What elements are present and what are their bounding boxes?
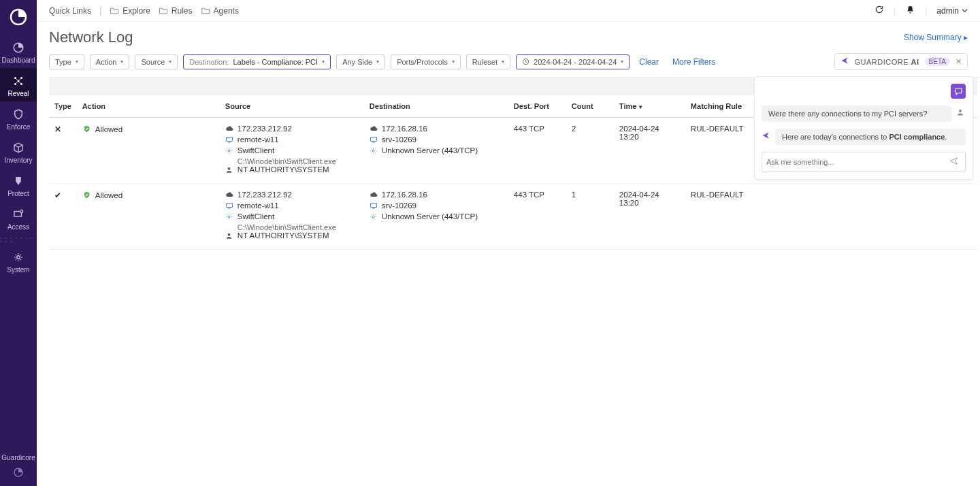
user-menu[interactable]: admin [936,6,968,16]
gear-icon [370,146,378,155]
svg-point-22 [372,150,374,152]
chevron-down-icon: ▾ [120,59,123,65]
ai-bar[interactable]: GUARDICORE AI BETA ✕ [834,53,968,70]
topbar: Quick Links | Explore Rules Agents | [37,0,980,22]
brand-name: Guardicore [0,454,37,461]
sidebar-divider: ● ● ● ● ● ● ● ● ● ● [0,235,37,244]
row-status: ✔ [49,184,77,250]
divider: | [99,6,101,16]
row-action: Allowed [77,184,220,250]
svg-point-12 [20,210,23,213]
chevron-down-icon: ▾ [169,59,172,65]
svg-rect-27 [370,204,376,208]
filter-destination[interactable]: Destination: Labels - Compliance: PCI ▾ [183,54,331,69]
ai-brand-label: GUARDICORE AI [854,58,919,66]
sidebar-item-system[interactable]: System [0,244,37,278]
svg-rect-23 [226,204,232,208]
filter-ports[interactable]: Ports/Protocols▾ [391,54,461,69]
row-status: ✕ [49,118,77,184]
row-destination: 172.16.28.16srv-10269Unknown Server (443… [364,184,508,250]
close-icon: ✕ [54,125,61,133]
sidebar-label: Access [0,223,37,231]
col-destination[interactable]: Destination [364,95,508,118]
filter-date-range[interactable]: 2024-04-24 - 2024-04-24 ▾ [516,54,630,69]
sidebar-label: Protect [0,190,37,197]
cloud-icon [370,125,378,133]
col-time[interactable]: Time▼ [614,95,685,118]
chat-input[interactable] [766,158,947,166]
sidebar: Dashboard Reveal Enforce Inventory Prote… [0,0,37,486]
col-type[interactable]: Type [49,95,77,118]
table-row[interactable]: ✔Allowed172.233.212.92remote-w11SwiftCli… [49,184,977,250]
divider: | [925,6,927,16]
chat-user-message: Were there any connections to my PCI ser… [762,106,966,122]
chevron-down-icon: ▾ [76,59,78,65]
more-filters-button[interactable]: More Filters [668,57,719,67]
filter-type[interactable]: Type▾ [49,54,84,69]
folder-icon [159,7,168,14]
sidebar-item-protect[interactable]: Protect [0,168,37,201]
send-icon [762,131,771,141]
folder-icon [110,7,119,14]
filter-source[interactable]: Source▾ [135,54,178,69]
sidebar-item-reveal[interactable]: Reveal [0,68,37,101]
col-dest-port[interactable]: Dest. Port [508,95,566,118]
chat-feedback-button[interactable] [951,84,966,99]
svg-rect-20 [370,137,376,142]
gear-icon [370,212,378,221]
sidebar-label: Inventory [0,157,37,164]
sidebar-footer: Guardicore [0,454,37,481]
monitor-icon [225,135,233,144]
svg-point-30 [959,110,962,112]
bell-icon[interactable] [905,5,915,17]
chevron-down-icon: ▾ [621,59,623,65]
filter-bar: Type▾ Action▾ Source▾ Destination: Label… [37,49,980,77]
chevron-right-icon: ▸ [964,33,968,42]
row-destination: 172.16.28.16srv-10269Unknown Server (443… [364,118,508,184]
top-link-explore[interactable]: Explore [110,6,150,16]
col-action[interactable]: Action [77,95,220,118]
sidebar-item-access[interactable]: Access [0,201,37,235]
sidebar-item-enforce[interactable]: Enforce [0,101,37,135]
main: Quick Links | Explore Rules Agents | [37,0,980,486]
col-count[interactable]: Count [566,95,614,118]
sidebar-item-dashboard[interactable]: Dashboard [0,35,37,68]
brand-footer-icon [12,466,25,479]
ai-chat-panel: Were there any connections to my PCI ser… [754,76,973,180]
svg-rect-16 [226,137,232,142]
shield-allowed-icon [82,191,91,199]
chat-ai-message: Here are today's connections to PCI comp… [762,129,966,145]
sidebar-label: Dashboard [0,56,37,64]
svg-point-25 [228,216,230,218]
top-link-agents[interactable]: Agents [201,6,239,16]
show-summary-button[interactable]: Show Summary ▸ [904,33,968,42]
chevron-down-icon: ▾ [322,59,325,65]
chevron-down-icon: ▾ [452,59,455,65]
shield-allowed-icon [82,125,91,133]
gear-icon [225,212,233,221]
close-icon[interactable]: ✕ [956,57,962,66]
refresh-icon[interactable] [875,5,884,16]
gear-icon [225,146,233,155]
col-source[interactable]: Source [220,95,364,118]
row-time: 2024-04-2413:20 [614,184,685,250]
folder-icon [201,7,210,14]
row-source: 172.233.212.92remote-w11SwiftClientC:\Wi… [220,118,364,184]
filter-ruleset[interactable]: Ruleset▾ [466,54,510,69]
chevron-down-icon: ▾ [502,59,504,65]
brand-logo-icon [8,7,29,29]
clear-filters-button[interactable]: Clear [635,57,663,67]
svg-point-26 [228,233,231,236]
filter-action[interactable]: Action▾ [90,54,130,69]
sort-desc-icon: ▼ [638,104,643,110]
sidebar-item-inventory[interactable]: Inventory [0,135,37,168]
user-avatar-icon [956,108,966,118]
user-icon [225,231,233,240]
top-link-rules[interactable]: Rules [159,6,193,16]
filter-any-side[interactable]: Any Side▾ [336,54,385,69]
svg-line-10 [18,81,22,84]
svg-point-18 [228,150,230,152]
chat-bubble: Were there any connections to my PCI ser… [762,106,952,122]
process-path: C:\Winode\bin\SwiftClient.exe [225,223,359,231]
chat-send-button[interactable] [947,155,961,169]
